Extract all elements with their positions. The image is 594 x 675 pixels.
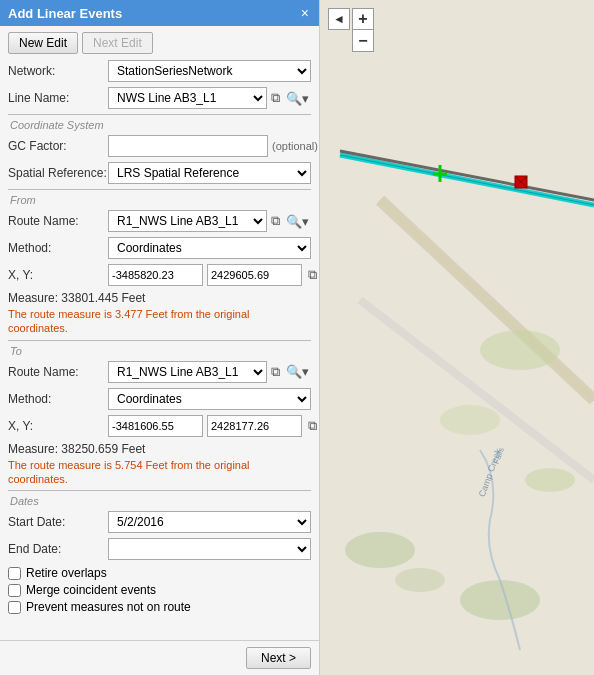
from-measure: Measure: 33801.445 Feet: [8, 291, 311, 305]
to-method-row: Method: Coordinates: [8, 388, 311, 410]
svg-point-8: [395, 568, 445, 592]
map-nav: ◄: [328, 8, 350, 30]
from-xy-label: X, Y:: [8, 268, 108, 282]
spatial-ref-label: Spatial Reference:: [8, 166, 108, 180]
retire-overlaps-label: Retire overlaps: [26, 566, 107, 580]
to-measure-value: 38250.659 Feet: [61, 442, 145, 456]
network-label: Network:: [8, 64, 108, 78]
from-route-name-select[interactable]: R1_NWS Line AB3_L1: [108, 210, 267, 232]
panel-title: Add Linear Events: [8, 6, 122, 21]
from-method-label: Method:: [8, 241, 108, 255]
svg-point-4: [480, 330, 560, 370]
network-select[interactable]: StationSeriesNetwork: [108, 60, 311, 82]
end-date-row: End Date:: [8, 538, 311, 560]
retire-overlaps-row: Retire overlaps: [8, 566, 311, 580]
line-name-label: Line Name:: [8, 91, 108, 105]
spatial-ref-select[interactable]: LRS Spatial Reference: [108, 162, 311, 184]
form-area: Network: StationSeriesNetwork Line Name:…: [0, 60, 319, 640]
svg-point-6: [525, 468, 575, 492]
line-name-row: Line Name: NWS Line AB3_L1 ⧉ 🔍▾: [8, 87, 311, 109]
from-method-row: Method: Coordinates: [8, 237, 311, 259]
nav-arrow-button[interactable]: ◄: [328, 8, 350, 30]
next-edit-button[interactable]: Next Edit: [82, 32, 153, 54]
to-measure-label: Measure:: [8, 442, 61, 456]
to-route-name-label: Route Name:: [8, 365, 108, 379]
panel-header: Add Linear Events ×: [0, 0, 319, 26]
start-date-row: Start Date: 5/2/2016: [8, 511, 311, 533]
end-date-select[interactable]: [108, 538, 311, 560]
optional-label: (optional): [272, 140, 318, 152]
to-measure: Measure: 38250.659 Feet: [8, 442, 311, 456]
svg-point-5: [440, 405, 500, 435]
retire-overlaps-checkbox[interactable]: [8, 567, 21, 580]
new-edit-button[interactable]: New Edit: [8, 32, 78, 54]
line-name-search-icon[interactable]: 🔍▾: [284, 90, 311, 107]
to-warning: The route measure is 5.754 Feet from the…: [8, 458, 311, 487]
zoom-controls: + −: [352, 8, 374, 52]
bottom-bar: Next >: [0, 640, 319, 675]
zoom-in-button[interactable]: +: [352, 8, 374, 30]
from-route-name-row: Route Name: R1_NWS Line AB3_L1 ⧉ 🔍▾: [8, 210, 311, 232]
to-x-input[interactable]: [108, 415, 203, 437]
gc-factor-row: GC Factor: (optional): [8, 135, 311, 157]
start-date-select[interactable]: 5/2/2016: [108, 511, 311, 533]
gc-factor-input[interactable]: [108, 135, 268, 157]
to-xy-row: X, Y: ⧉ 🔍: [8, 415, 311, 437]
svg-point-9: [460, 580, 540, 620]
coordinate-system-section: Coordinate System: [8, 114, 311, 131]
line-name-copy-icon[interactable]: ⧉: [269, 89, 282, 107]
from-xy-row: X, Y: ⧉ 🔍: [8, 264, 311, 286]
from-x-input[interactable]: [108, 264, 203, 286]
prevent-measures-checkbox[interactable]: [8, 601, 21, 614]
zoom-out-button[interactable]: −: [352, 30, 374, 52]
from-method-select[interactable]: Coordinates: [108, 237, 311, 259]
network-row: Network: StationSeriesNetwork: [8, 60, 311, 82]
dates-section: Dates: [8, 490, 311, 507]
to-xy-label: X, Y:: [8, 419, 108, 433]
prevent-measures-row: Prevent measures not on route: [8, 600, 311, 614]
map-area: ◄ + − Camp Creek Falls: [320, 0, 594, 675]
from-measure-label: Measure:: [8, 291, 61, 305]
svg-rect-0: [320, 0, 594, 675]
close-button[interactable]: ×: [299, 5, 311, 21]
to-route-name-row: Route Name: R1_NWS Line AB3_L1 ⧉ 🔍▾: [8, 361, 311, 383]
merge-coincident-checkbox[interactable]: [8, 584, 21, 597]
from-route-copy-icon[interactable]: ⧉: [269, 212, 282, 230]
from-route-search-icon[interactable]: 🔍▾: [284, 213, 311, 230]
to-method-label: Method:: [8, 392, 108, 406]
prevent-measures-label: Prevent measures not on route: [26, 600, 191, 614]
to-y-input[interactable]: [207, 415, 302, 437]
start-date-label: Start Date:: [8, 515, 108, 529]
spatial-ref-row: Spatial Reference: LRS Spatial Reference: [8, 162, 311, 184]
from-y-input[interactable]: [207, 264, 302, 286]
from-section: From: [8, 189, 311, 206]
toolbar: New Edit Next Edit: [0, 26, 319, 60]
merge-coincident-label: Merge coincident events: [26, 583, 156, 597]
to-section: To: [8, 340, 311, 357]
from-warning: The route measure is 3.477 Feet from the…: [8, 307, 311, 336]
to-method-select[interactable]: Coordinates: [108, 388, 311, 410]
next-button[interactable]: Next >: [246, 647, 311, 669]
to-xy-copy-icon[interactable]: ⧉: [306, 417, 319, 435]
from-route-name-label: Route Name:: [8, 214, 108, 228]
map-svg: Camp Creek Falls: [320, 0, 594, 675]
end-date-label: End Date:: [8, 542, 108, 556]
merge-coincident-row: Merge coincident events: [8, 583, 311, 597]
to-route-copy-icon[interactable]: ⧉: [269, 363, 282, 381]
checkboxes-area: Retire overlaps Merge coincident events …: [8, 566, 311, 614]
from-xy-copy-icon[interactable]: ⧉: [306, 266, 319, 284]
line-name-select[interactable]: NWS Line AB3_L1: [108, 87, 267, 109]
from-measure-value: 33801.445 Feet: [61, 291, 145, 305]
to-route-search-icon[interactable]: 🔍▾: [284, 363, 311, 380]
left-panel: Add Linear Events × New Edit Next Edit N…: [0, 0, 320, 675]
gc-factor-label: GC Factor:: [8, 139, 108, 153]
svg-point-7: [345, 532, 415, 568]
to-route-name-select[interactable]: R1_NWS Line AB3_L1: [108, 361, 267, 383]
